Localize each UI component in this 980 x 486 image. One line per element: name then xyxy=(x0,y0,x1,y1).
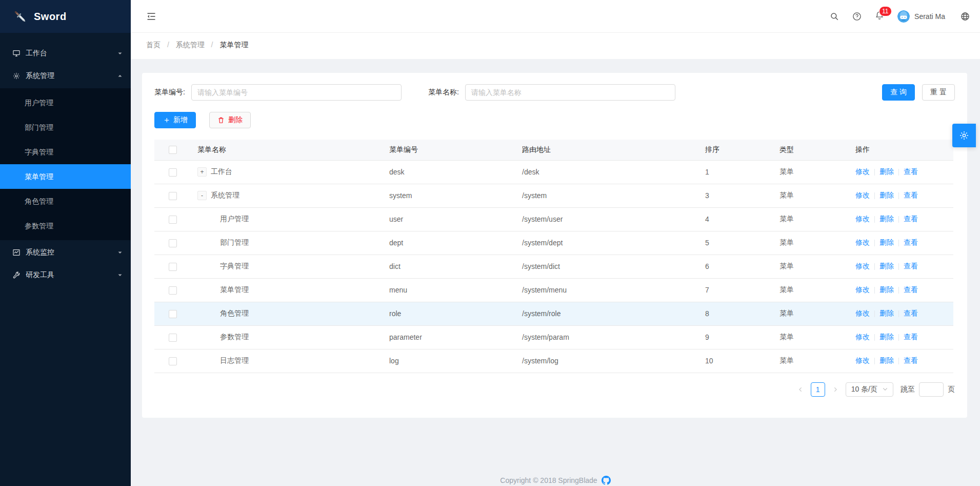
cell-sort: 7 xyxy=(699,278,773,302)
add-button[interactable]: ＋ 新增 xyxy=(154,112,196,128)
cell-menu-code: system xyxy=(383,184,516,207)
row-action-edit[interactable]: 修改 xyxy=(855,285,870,294)
menu-management-card: 菜单编号: 菜单名称: 查 询 重 置 ＋ 新增 xyxy=(142,73,967,418)
page-unit-label: 页 xyxy=(948,385,955,394)
table-row: +工作台 desk /desk 1 菜单 修改删除查看 xyxy=(154,160,953,184)
row-action-edit[interactable]: 修改 xyxy=(855,167,870,176)
row-checkbox[interactable] xyxy=(169,286,177,295)
sidebar-item-system[interactable]: 系统管理 xyxy=(0,66,131,86)
table-header-row: 菜单名称 菜单编号 路由地址 排序 类型 操作 xyxy=(154,140,953,160)
cell-route: /desk xyxy=(516,160,699,184)
menu-fold-icon[interactable] xyxy=(146,11,156,22)
help-icon[interactable] xyxy=(852,12,862,21)
row-action-delete[interactable]: 删除 xyxy=(879,285,894,294)
user-menu[interactable]: Serati Ma xyxy=(897,10,945,23)
row-action-view[interactable]: 查看 xyxy=(904,191,918,199)
table-row: 角色管理 role /system/role 8 菜单 修改删除查看 xyxy=(154,302,953,325)
row-checkbox[interactable] xyxy=(169,263,177,271)
row-action-delete[interactable]: 删除 xyxy=(879,262,894,270)
row-checkbox[interactable] xyxy=(169,216,177,224)
row-action-delete[interactable]: 删除 xyxy=(879,167,894,176)
github-icon[interactable] xyxy=(602,476,611,485)
row-action-edit[interactable]: 修改 xyxy=(855,238,870,246)
cell-menu-name: 系统管理 xyxy=(211,191,239,199)
expand-toggle[interactable]: + xyxy=(197,167,207,177)
breadcrumb-home[interactable]: 首页 xyxy=(146,41,161,49)
prev-page-button[interactable] xyxy=(794,382,807,397)
row-action-edit[interactable]: 修改 xyxy=(855,191,870,199)
search-icon[interactable] xyxy=(830,12,839,21)
row-checkbox[interactable] xyxy=(169,310,177,318)
sidebar-subitem[interactable]: 菜单管理 xyxy=(0,164,131,189)
chevron-down-icon xyxy=(117,273,123,278)
user-name: Serati Ma xyxy=(914,12,945,21)
row-checkbox[interactable] xyxy=(169,239,177,247)
row-action-delete[interactable]: 删除 xyxy=(879,356,894,364)
row-action-view[interactable]: 查看 xyxy=(904,262,918,270)
sidebar-item-monitor[interactable]: 系统监控 xyxy=(0,242,131,263)
jump-to-input[interactable] xyxy=(919,382,944,397)
row-action-edit[interactable]: 修改 xyxy=(855,356,870,364)
menu-code-input[interactable] xyxy=(191,84,402,101)
cell-sort: 8 xyxy=(699,302,773,325)
row-action-view[interactable]: 查看 xyxy=(904,215,918,223)
reset-button[interactable]: 重 置 xyxy=(922,84,955,101)
sidebar-subitem[interactable]: 用户管理 xyxy=(0,90,131,115)
cell-type: 菜单 xyxy=(773,231,849,255)
row-checkbox[interactable] xyxy=(169,168,177,177)
table-row: 日志管理 log /system/log 10 菜单 修改删除查看 xyxy=(154,349,953,373)
row-action-view[interactable]: 查看 xyxy=(904,238,918,246)
sidebar-item-devtools[interactable]: 研发工具 xyxy=(0,265,131,285)
sidebar-subitem[interactable]: 部门管理 xyxy=(0,115,131,140)
cell-menu-code: dict xyxy=(383,255,516,278)
breadcrumb-system[interactable]: 系统管理 xyxy=(176,41,205,49)
row-action-view[interactable]: 查看 xyxy=(904,167,918,176)
row-action-edit[interactable]: 修改 xyxy=(855,309,870,317)
topbar-actions: 11 Serati Ma xyxy=(830,10,970,23)
cell-route: /system xyxy=(516,184,699,207)
notifications-button[interactable]: 11 xyxy=(875,11,884,22)
menu-name-input[interactable] xyxy=(465,84,675,101)
row-checkbox[interactable] xyxy=(169,192,177,200)
sidebar-subitem[interactable]: 参数管理 xyxy=(0,213,131,238)
table-row: 字典管理 dict /system/dict 6 菜单 修改删除查看 xyxy=(154,255,953,278)
row-checkbox[interactable] xyxy=(169,334,177,342)
row-action-view[interactable]: 查看 xyxy=(904,333,918,341)
row-action-delete[interactable]: 删除 xyxy=(879,215,894,223)
tool-icon xyxy=(12,271,21,279)
row-action-edit[interactable]: 修改 xyxy=(855,262,870,270)
col-menu-code: 菜单编号 xyxy=(383,140,516,160)
cell-operations: 修改删除查看 xyxy=(849,160,953,184)
page-size-select[interactable]: 10 条/页 xyxy=(846,382,893,397)
next-page-button[interactable] xyxy=(829,382,842,397)
search-button[interactable]: 查 询 xyxy=(882,84,915,101)
row-action-delete[interactable]: 删除 xyxy=(879,309,894,317)
row-action-delete[interactable]: 删除 xyxy=(879,191,894,199)
logo[interactable]: Sword xyxy=(0,0,131,33)
row-action-delete[interactable]: 删除 xyxy=(879,333,894,341)
row-action-view[interactable]: 查看 xyxy=(904,285,918,294)
gear-icon xyxy=(959,130,969,141)
page-number-1[interactable]: 1 xyxy=(811,382,825,397)
chevron-up-icon xyxy=(117,73,123,79)
col-operations: 操作 xyxy=(849,140,953,160)
row-action-view[interactable]: 查看 xyxy=(904,309,918,317)
chevron-down-icon xyxy=(117,51,123,56)
app: Sword 工作台 系统管理 用户管理部门管理字典管理菜单管理角色管理参数管理 … xyxy=(0,0,980,486)
row-action-view[interactable]: 查看 xyxy=(904,356,918,364)
sidebar-subitem[interactable]: 角色管理 xyxy=(0,189,131,213)
row-action-delete[interactable]: 删除 xyxy=(879,238,894,246)
globe-icon[interactable] xyxy=(961,12,970,21)
table-row: -系统管理 system /system 3 菜单 修改删除查看 xyxy=(154,184,953,207)
expand-toggle[interactable]: - xyxy=(197,191,207,200)
sidebar-item-workbench[interactable]: 工作台 xyxy=(0,43,131,64)
select-all-checkbox[interactable] xyxy=(169,146,177,154)
row-action-edit[interactable]: 修改 xyxy=(855,333,870,341)
settings-fab[interactable] xyxy=(952,124,976,147)
row-checkbox[interactable] xyxy=(169,357,177,365)
app-title: Sword xyxy=(34,11,67,23)
row-action-edit[interactable]: 修改 xyxy=(855,215,870,223)
delete-button[interactable]: 删除 xyxy=(209,112,251,128)
sidebar-subitem[interactable]: 字典管理 xyxy=(0,140,131,164)
cell-menu-name: 参数管理 xyxy=(220,333,249,341)
